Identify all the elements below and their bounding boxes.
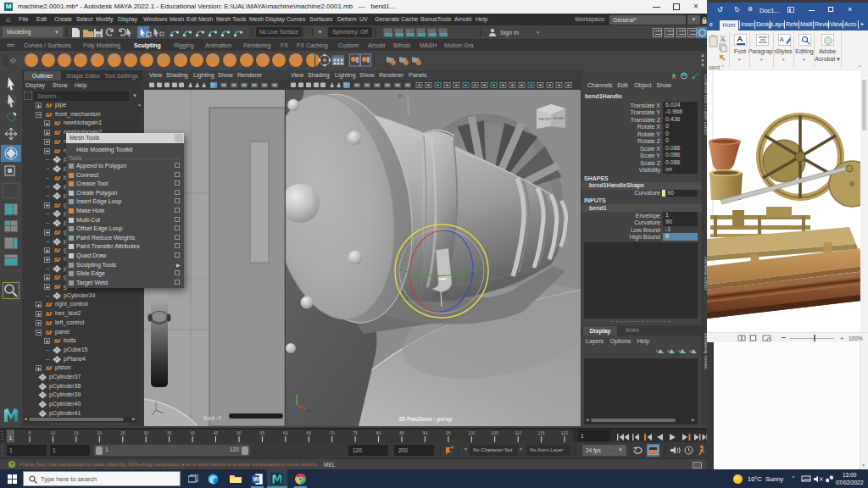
svg-text:75: 75 <box>353 430 358 435</box>
svg-text:80: 80 <box>376 430 381 435</box>
svg-text:25: 25 <box>120 430 125 435</box>
svg-text:front -Y: front -Y <box>203 415 222 421</box>
svg-text:110: 110 <box>515 430 521 435</box>
svg-text:45: 45 <box>214 430 219 435</box>
svg-text:40: 40 <box>190 430 195 435</box>
svg-text:65: 65 <box>307 430 312 435</box>
svg-text:15: 15 <box>74 430 79 435</box>
svg-text:2D PanZoom : persp: 2D PanZoom : persp <box>398 416 452 423</box>
svg-text:30: 30 <box>143 430 148 435</box>
svg-text:90: 90 <box>423 430 428 435</box>
svg-text:60: 60 <box>283 430 288 435</box>
svg-text:55: 55 <box>260 430 265 435</box>
svg-text:105: 105 <box>492 430 499 435</box>
svg-text:W: W <box>253 475 260 483</box>
svg-text:115: 115 <box>538 430 545 435</box>
svg-text:5: 5 <box>29 430 31 435</box>
svg-text:FRONT: FRONT <box>539 117 552 121</box>
svg-text:100: 100 <box>468 430 476 435</box>
svg-text:10: 10 <box>51 430 56 435</box>
svg-text:20: 20 <box>97 430 103 435</box>
svg-text:35: 35 <box>167 430 172 435</box>
svg-text:RIGHT: RIGHT <box>554 116 565 120</box>
svg-text:85: 85 <box>399 430 404 435</box>
svg-text:50: 50 <box>236 430 242 435</box>
svg-text:95: 95 <box>446 430 451 435</box>
svg-text:70: 70 <box>330 430 335 435</box>
svg-text:120: 120 <box>561 430 569 435</box>
